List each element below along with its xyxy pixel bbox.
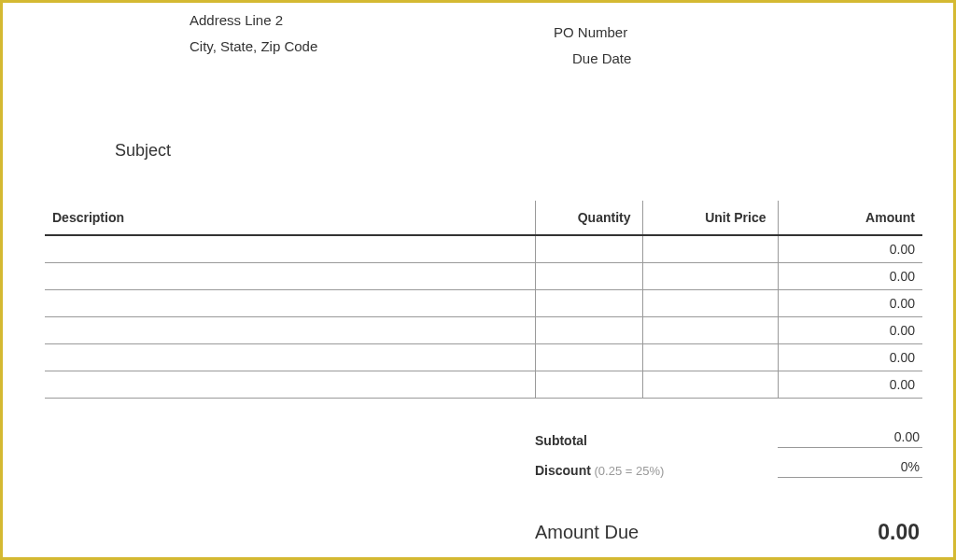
city-state-zip: City, State, Zip Code: [190, 34, 317, 60]
cell-quantity[interactable]: [535, 262, 642, 289]
cell-description[interactable]: [45, 343, 535, 371]
cell-quantity[interactable]: [535, 343, 642, 371]
header-section: Address Line 2 City, State, Zip Code PO …: [3, 3, 953, 124]
summary-section: Subtotal 0.00 Discount (0.25 = 25%) 0% A…: [535, 418, 922, 545]
amount-due-row: Amount Due 0.00: [535, 520, 922, 545]
cell-amount: 0.00: [778, 371, 922, 398]
cell-unit-price[interactable]: [642, 262, 778, 289]
cell-amount: 0.00: [778, 289, 922, 316]
subtotal-value: 0.00: [778, 429, 922, 448]
table-row: 0.00: [45, 235, 922, 262]
amount-due-value: 0.00: [878, 520, 922, 545]
subtotal-row: Subtotal 0.00: [535, 418, 922, 448]
po-number-label: PO Number: [554, 20, 631, 46]
subtotal-label: Subtotal: [535, 433, 587, 448]
invoice-table: Description Quantity Unit Price Amount 0…: [45, 201, 922, 399]
discount-value[interactable]: 0%: [778, 459, 922, 478]
cell-amount: 0.00: [778, 316, 922, 343]
cell-unit-price[interactable]: [642, 235, 778, 262]
cell-amount: 0.00: [778, 235, 922, 262]
address-block: Address Line 2 City, State, Zip Code: [190, 7, 317, 60]
discount-label-text: Discount: [535, 463, 591, 478]
cell-unit-price[interactable]: [642, 289, 778, 316]
cell-quantity[interactable]: [535, 289, 642, 316]
cell-amount: 0.00: [778, 262, 922, 289]
header-unit-price: Unit Price: [642, 201, 778, 235]
discount-hint: (0.25 = 25%): [591, 464, 664, 478]
table-row: 0.00: [45, 316, 922, 343]
cell-description[interactable]: [45, 289, 535, 316]
address-line-2: Address Line 2: [190, 7, 317, 34]
subject-label: Subject: [115, 141, 171, 161]
cell-unit-price[interactable]: [642, 343, 778, 371]
cell-description[interactable]: [45, 316, 535, 343]
table-header-row: Description Quantity Unit Price Amount: [45, 201, 922, 235]
cell-unit-price[interactable]: [642, 316, 778, 343]
cell-unit-price[interactable]: [642, 371, 778, 398]
header-description: Description: [45, 201, 535, 235]
table-row: 0.00: [45, 262, 922, 289]
header-amount: Amount: [778, 201, 922, 235]
table-row: 0.00: [45, 371, 922, 398]
po-block: PO Number Due Date: [554, 20, 631, 72]
cell-quantity[interactable]: [535, 371, 642, 398]
table-row: 0.00: [45, 289, 922, 316]
amount-due-label: Amount Due: [535, 522, 639, 543]
table-row: 0.00: [45, 343, 922, 371]
header-quantity: Quantity: [535, 201, 642, 235]
cell-description[interactable]: [45, 262, 535, 289]
cell-quantity[interactable]: [535, 316, 642, 343]
discount-row: Discount (0.25 = 25%) 0%: [535, 448, 922, 478]
cell-quantity[interactable]: [535, 235, 642, 262]
cell-description[interactable]: [45, 371, 535, 398]
due-date-label: Due Date: [572, 46, 631, 72]
discount-label: Discount (0.25 = 25%): [535, 463, 664, 478]
cell-description[interactable]: [45, 235, 535, 262]
cell-amount: 0.00: [778, 343, 922, 371]
